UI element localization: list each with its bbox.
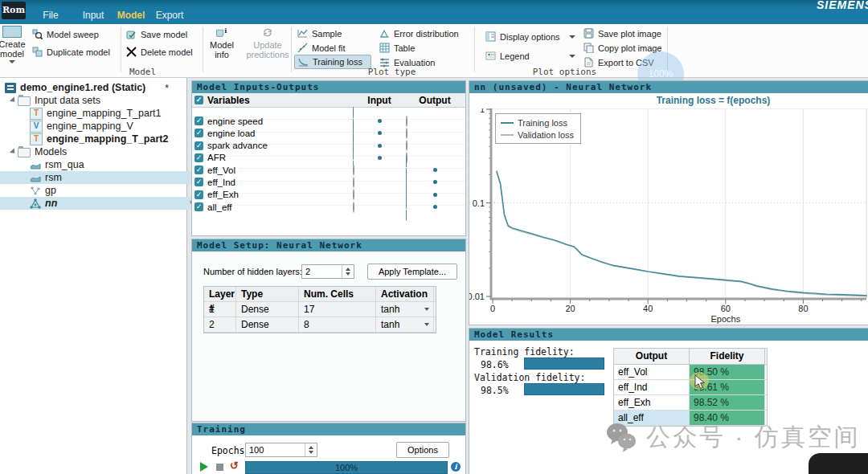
training-loss-icon <box>298 57 309 67</box>
training-progress-bar: 100% <box>245 461 448 474</box>
save-plot-image-button[interactable]: Save plot image <box>583 27 661 39</box>
ribbon-group-model: Model <box>104 67 181 77</box>
activation-dropdown-icon[interactable] <box>424 323 429 326</box>
layer-row-1[interactable]: 1Dense17tanh <box>204 302 436 317</box>
tree-item-engine_mapping_V[interactable]: Vengine_mapping_V <box>0 120 211 133</box>
save-model-icon <box>126 29 137 39</box>
training-fidelity-value: 98.6% <box>481 359 509 370</box>
panel-title: Model Inputs-Outputs <box>192 81 465 93</box>
sample-icon <box>297 28 308 39</box>
watermark: 公众号 · 仿真空间 <box>604 421 861 454</box>
save-model-button[interactable]: Save model <box>126 28 187 40</box>
variable-checkbox[interactable]: ✓ <box>194 141 203 150</box>
app-logo: Rom <box>2 2 26 19</box>
fidelity-row-eff_Exh[interactable]: eff_Exh98.52 % <box>614 395 767 411</box>
start-training-button[interactable] <box>200 462 208 472</box>
hidden-layers-stepper[interactable]: 2 <box>301 264 354 279</box>
model-info-icon: i <box>215 27 229 38</box>
reset-training-button[interactable]: ↺ <box>230 462 239 470</box>
chevron-down-icon <box>9 60 15 63</box>
input-radio[interactable] <box>353 177 354 188</box>
apply-template-button[interactable]: Apply Template... <box>367 264 457 280</box>
update-predictions-button[interactable]: Update predictions <box>243 27 293 59</box>
input-radio[interactable] <box>353 189 354 200</box>
epochs-stepper[interactable]: 100 <box>245 443 317 457</box>
model-sweep-button[interactable]: Model sweep <box>32 28 99 40</box>
error-distribution-button[interactable]: Error distribution <box>379 27 459 39</box>
validation-fidelity-value: 98.5% <box>481 385 509 396</box>
error-distribution-icon <box>379 28 390 39</box>
svg-text:0.01: 0.01 <box>469 292 485 301</box>
input-radio[interactable] <box>353 202 354 213</box>
ribbon: Create model Model sweep Duplicate model… <box>0 24 868 78</box>
delete-model-button[interactable]: Delete model <box>126 46 193 58</box>
tree-item-demo_engine1red[interactable]: demo_engine1.red (Static)* <box>0 81 186 94</box>
tree-item-rsm_qua[interactable]: rsm_qua <box>0 158 211 171</box>
validation-loss-legend-swatch <box>501 134 514 136</box>
tree-item-Input[interactable]: Input data sets <box>0 94 193 107</box>
training-info-icon[interactable]: i <box>451 462 461 472</box>
stop-training-button[interactable] <box>216 464 223 471</box>
delete-model-icon <box>126 47 137 57</box>
copy-plot-image-button[interactable]: Copy plot image <box>583 42 662 54</box>
tree-item-nn[interactable]: nn* <box>0 197 211 210</box>
variable-checkbox[interactable]: ✓ <box>194 178 203 186</box>
project-tree: demo_engine1.red (Static)*Input data set… <box>0 78 187 474</box>
tree-item-engine_mapping_T_part1[interactable]: Tengine_mapping_T_part1 <box>0 107 211 120</box>
validation-fidelity-label: Validation fidelity: <box>474 372 585 383</box>
output-radio[interactable] <box>406 116 407 127</box>
variable-checkbox[interactable]: ✓ <box>194 165 203 174</box>
model-info-button[interactable]: i Model info <box>204 27 240 59</box>
sample-plot-button[interactable]: Sample <box>297 27 342 39</box>
tree-expander-icon[interactable] <box>10 96 17 104</box>
chart-legend[interactable]: Training loss Validation loss <box>495 113 581 144</box>
tree-item-Models[interactable]: Models <box>0 145 193 158</box>
tree-expander-icon[interactable] <box>10 148 17 155</box>
svg-text:20: 20 <box>565 304 575 313</box>
variable-checkbox[interactable]: ✓ <box>194 116 203 125</box>
validation-fidelity-bar <box>524 383 604 395</box>
training-options-button[interactable]: Options <box>396 442 449 458</box>
menu-tab-export[interactable]: Export <box>151 9 188 24</box>
layer-row-2[interactable]: 2Dense8tanh <box>204 317 436 333</box>
select-all-checkbox[interactable]: ✓ <box>194 96 203 104</box>
create-model-button[interactable]: Create model <box>0 26 35 63</box>
model-inputs-outputs-panel: Model Inputs-Outputs ✓Variables Input Ou… <box>191 80 466 236</box>
variable-checkbox[interactable]: ✓ <box>194 190 203 199</box>
display-options-button[interactable]: Display options <box>485 31 575 43</box>
variable-checkbox[interactable]: ✓ <box>194 202 203 211</box>
model-sweep-icon <box>32 29 43 39</box>
stepper-arrows[interactable] <box>342 265 354 278</box>
tree-item-rsm[interactable]: rsm <box>0 171 211 184</box>
output-radio[interactable] <box>406 193 464 221</box>
svg-text:40: 40 <box>643 304 653 313</box>
input-radio[interactable] <box>353 165 354 176</box>
copy-plot-image-icon <box>583 43 594 53</box>
display-options-icon <box>485 31 496 42</box>
create-model-icon <box>2 26 22 38</box>
mouse-cursor <box>694 374 707 390</box>
tree-item-engine_mapping_T_part2[interactable]: Tengine_mapping_T_part2 <box>0 133 211 145</box>
table-icon <box>379 43 390 53</box>
menu-tab-file[interactable]: File <box>35 9 66 24</box>
svg-text:0: 0 <box>490 304 495 313</box>
duplicate-model-button[interactable]: Duplicate model <box>32 46 110 58</box>
table-plot-button[interactable]: Table <box>379 42 415 54</box>
output-radio[interactable] <box>406 128 407 139</box>
siemens-logo: SIEMENS <box>817 0 868 11</box>
svg-text:60: 60 <box>721 304 731 313</box>
variable-checkbox[interactable]: ✓ <box>194 153 203 162</box>
tree-item-gp[interactable]: gp <box>0 184 211 197</box>
activation-dropdown-icon[interactable] <box>424 308 429 311</box>
model-fit-button[interactable]: Model fit <box>297 42 346 54</box>
stepper-arrows[interactable] <box>305 443 317 456</box>
training-panel: Training Epochs: 100 Options ↺ 100% i <box>191 423 466 474</box>
legend-button[interactable]: Legend <box>485 50 575 62</box>
duplicate-model-icon <box>32 47 43 57</box>
variable-checkbox[interactable]: ✓ <box>194 129 203 137</box>
legend-icon <box>485 51 496 61</box>
output-radio[interactable] <box>406 140 407 151</box>
svg-text:i: i <box>224 27 227 35</box>
layers-table-header: Layer # Type Num. Cells Activation <box>204 287 436 302</box>
menu-tab-input[interactable]: Input <box>76 9 110 24</box>
